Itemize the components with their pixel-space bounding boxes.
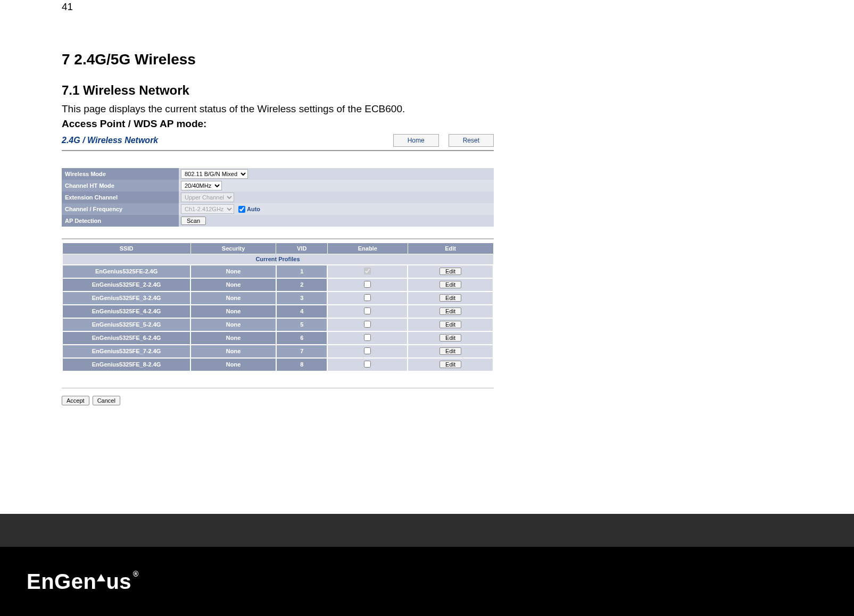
edit-cell: Edit — [408, 278, 493, 292]
ssid-cell: EnGenius5325FE_5-2.4G — [62, 318, 190, 331]
security-cell: None — [190, 331, 276, 345]
cancel-button[interactable]: Cancel — [93, 396, 120, 405]
edit-cell: Edit — [408, 265, 493, 278]
settings-grid: Wireless Mode 802.11 B/G/N Mixed Channel… — [62, 168, 494, 227]
enable-checkbox[interactable] — [364, 281, 371, 288]
security-cell: None — [190, 358, 276, 371]
vid-cell: 2 — [276, 278, 327, 292]
enable-cell — [327, 305, 408, 318]
table-row: EnGenius5325FE-2.4GNone1Edit — [62, 265, 493, 278]
wireless-mode-select[interactable]: 802.11 B/G/N Mixed — [181, 169, 248, 179]
logo-part2: us — [106, 570, 131, 594]
table-row: EnGenius5325FE_5-2.4GNone5Edit — [62, 318, 493, 331]
col-security: Security — [190, 243, 276, 254]
edit-button[interactable]: Edit — [440, 334, 461, 342]
auto-checkbox[interactable] — [238, 206, 245, 213]
enable-checkbox[interactable] — [364, 307, 371, 314]
edit-cell: Edit — [408, 331, 493, 345]
enable-checkbox[interactable] — [364, 294, 371, 301]
channel-frequency-select: Ch1-2.412GHz — [181, 204, 234, 214]
vid-cell: 3 — [276, 292, 327, 305]
security-cell: None — [190, 292, 276, 305]
security-cell: None — [190, 318, 276, 331]
security-cell: None — [190, 345, 276, 358]
channel-frequency-label: Channel / Frequency — [62, 203, 179, 215]
edit-cell: Edit — [408, 345, 493, 358]
edit-button[interactable]: Edit — [440, 307, 461, 315]
vid-cell: 5 — [276, 318, 327, 331]
footer-band-upper — [0, 514, 854, 547]
logo-part1: EnGen — [27, 570, 96, 594]
edit-button[interactable]: Edit — [440, 294, 461, 302]
enable-cell — [327, 278, 408, 292]
vid-cell: 1 — [276, 265, 327, 278]
wireless-mode-label: Wireless Mode — [62, 168, 179, 180]
enable-cell — [327, 265, 408, 278]
vid-cell: 6 — [276, 331, 327, 345]
profiles-table: Current Profiles SSID Security VID Enabl… — [62, 243, 494, 372]
security-cell: None — [190, 265, 276, 278]
vid-cell: 8 — [276, 358, 327, 371]
edit-button[interactable]: Edit — [440, 281, 461, 288]
edit-button[interactable]: Edit — [440, 321, 461, 328]
home-button[interactable]: Home — [393, 134, 439, 147]
edit-cell: Edit — [408, 305, 493, 318]
vid-cell: 4 — [276, 305, 327, 318]
ssid-cell: EnGenius5325FE-2.4G — [62, 265, 190, 278]
section-heading: 7.1 Wireless Network — [62, 83, 796, 98]
intro-text: This page displays the current status of… — [62, 103, 796, 115]
enable-cell — [327, 331, 408, 345]
scan-button[interactable]: Scan — [181, 217, 206, 225]
enable-cell — [327, 358, 408, 371]
logo-caret-icon — [97, 574, 105, 581]
edit-cell: Edit — [408, 318, 493, 331]
panel-title: 2.4G / Wireless Network — [62, 136, 158, 145]
extension-channel-label: Extension Channel — [62, 192, 179, 203]
enable-checkbox — [364, 268, 371, 274]
edit-button[interactable]: Edit — [440, 268, 461, 275]
table-row: EnGenius5325FE_4-2.4GNone4Edit — [62, 305, 493, 318]
edit-button[interactable]: Edit — [440, 361, 461, 368]
col-ssid: SSID — [62, 243, 190, 254]
extension-channel-select: Upper Channel — [181, 193, 234, 202]
chapter-heading: 7 2.4G/5G Wireless — [62, 51, 796, 68]
ssid-cell: EnGenius5325FE_4-2.4G — [62, 305, 190, 318]
table-row: EnGenius5325FE_7-2.4GNone7Edit — [62, 345, 493, 358]
accept-button[interactable]: Accept — [62, 396, 89, 405]
engenius-logo: EnGenus® — [27, 570, 139, 594]
enable-cell — [327, 345, 408, 358]
ssid-cell: EnGenius5325FE_7-2.4G — [62, 345, 190, 358]
edit-cell: Edit — [408, 292, 493, 305]
divider — [62, 238, 494, 239]
logo-registered: ® — [133, 570, 139, 578]
enable-checkbox[interactable] — [364, 361, 371, 368]
col-enable: Enable — [327, 243, 408, 254]
security-cell: None — [190, 305, 276, 318]
auto-label: Auto — [247, 206, 260, 212]
wireless-panel: 2.4G / Wireless Network Home Reset Wirel… — [62, 134, 494, 405]
table-row: EnGenius5325FE_3-2.4GNone3Edit — [62, 292, 493, 305]
channel-ht-select[interactable]: 20/40MHz — [181, 181, 222, 190]
col-edit: Edit — [408, 243, 493, 254]
page-number: 41 — [62, 1, 73, 13]
col-vid: VID — [276, 243, 327, 254]
table-row: EnGenius5325FE_6-2.4GNone6Edit — [62, 331, 493, 345]
enable-cell — [327, 292, 408, 305]
profiles-title: Current Profiles — [62, 254, 493, 265]
ssid-cell: EnGenius5325FE_3-2.4G — [62, 292, 190, 305]
mode-subhead: Access Point / WDS AP mode: — [62, 118, 796, 130]
reset-button[interactable]: Reset — [449, 134, 494, 147]
security-cell: None — [190, 278, 276, 292]
table-row: EnGenius5325FE_8-2.4GNone8Edit — [62, 358, 493, 371]
enable-cell — [327, 318, 408, 331]
edit-cell: Edit — [408, 358, 493, 371]
vid-cell: 7 — [276, 345, 327, 358]
enable-checkbox[interactable] — [364, 347, 371, 354]
edit-button[interactable]: Edit — [440, 347, 461, 355]
enable-checkbox[interactable] — [364, 321, 371, 328]
enable-checkbox[interactable] — [364, 334, 371, 341]
ssid-cell: EnGenius5325FE_6-2.4G — [62, 331, 190, 345]
ssid-cell: EnGenius5325FE_2-2.4G — [62, 278, 190, 292]
footer-band-lower: EnGenus® — [0, 547, 854, 616]
table-row: EnGenius5325FE_2-2.4GNone2Edit — [62, 278, 493, 292]
